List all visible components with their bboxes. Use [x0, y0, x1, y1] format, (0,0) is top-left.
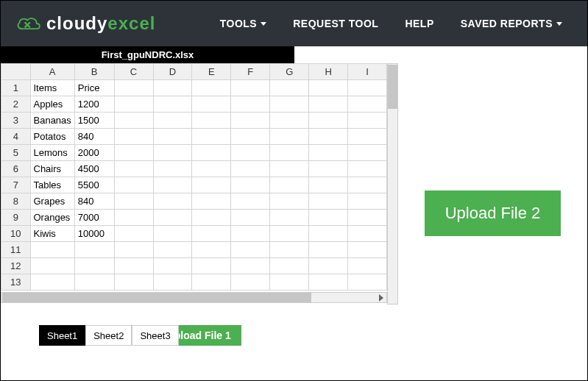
col-header-D[interactable]: D — [153, 64, 192, 80]
cell[interactable] — [114, 210, 153, 226]
cell[interactable] — [114, 96, 153, 113]
cell[interactable] — [153, 80, 192, 96]
cell[interactable]: 1200 — [74, 96, 114, 113]
cell[interactable] — [270, 145, 309, 161]
cell[interactable] — [114, 226, 153, 242]
cell[interactable]: Apples — [30, 96, 74, 113]
row-header[interactable]: 2 — [1, 96, 31, 113]
col-header-E[interactable]: E — [192, 64, 231, 80]
cell[interactable] — [348, 210, 387, 226]
cell[interactable] — [270, 161, 309, 177]
cell[interactable] — [348, 145, 387, 161]
cell[interactable] — [231, 177, 270, 193]
col-header-I[interactable]: I — [348, 64, 387, 80]
row-header[interactable]: 9 — [1, 210, 31, 226]
nav-request-tool[interactable]: REQUEST TOOL — [283, 10, 389, 37]
cell[interactable] — [231, 242, 270, 258]
cell[interactable] — [348, 226, 387, 242]
row-header[interactable]: 12 — [1, 258, 31, 274]
row-header[interactable]: 4 — [1, 129, 31, 145]
cell[interactable] — [153, 226, 192, 242]
cell[interactable] — [231, 113, 270, 129]
cell[interactable] — [309, 193, 348, 210]
row-header[interactable]: 3 — [1, 113, 31, 129]
cell[interactable] — [348, 258, 387, 274]
cell[interactable] — [231, 226, 270, 242]
cell[interactable] — [74, 274, 114, 291]
cell[interactable]: Bananas — [30, 113, 74, 129]
cell[interactable] — [231, 129, 270, 145]
nav-saved-reports[interactable]: SAVED REPORTS — [450, 10, 573, 37]
cell[interactable] — [348, 193, 387, 210]
cell[interactable] — [153, 258, 192, 274]
cell[interactable] — [114, 258, 153, 274]
cell[interactable] — [192, 145, 231, 161]
cell[interactable] — [231, 96, 270, 113]
vertical-scrollbar[interactable] — [387, 63, 398, 305]
col-header-C[interactable]: C — [114, 64, 153, 80]
cell[interactable] — [153, 161, 192, 177]
col-header-H[interactable]: H — [309, 64, 348, 80]
cell[interactable] — [114, 129, 153, 145]
cell[interactable] — [231, 274, 270, 291]
cell[interactable] — [309, 80, 348, 96]
cell[interactable] — [30, 258, 74, 274]
col-header-F[interactable]: F — [231, 64, 270, 80]
cell[interactable] — [270, 193, 309, 210]
col-header-G[interactable]: G — [270, 64, 309, 80]
cell[interactable] — [348, 242, 387, 258]
cell[interactable] — [231, 161, 270, 177]
cell[interactable] — [309, 129, 348, 145]
cell[interactable] — [231, 258, 270, 274]
cell[interactable]: 4500 — [74, 161, 114, 177]
cell[interactable] — [114, 80, 153, 96]
scroll-right-icon[interactable] — [379, 294, 383, 302]
tab-sheet1[interactable]: Sheet1 — [39, 325, 85, 346]
cell[interactable]: Items — [30, 80, 74, 96]
cell[interactable] — [348, 177, 387, 193]
cell[interactable] — [348, 161, 387, 177]
cell[interactable] — [153, 96, 192, 113]
cell[interactable] — [309, 242, 348, 258]
cell[interactable] — [309, 258, 348, 274]
cell[interactable] — [153, 145, 192, 161]
row-header[interactable]: 8 — [1, 193, 31, 210]
cell[interactable] — [231, 145, 270, 161]
cell[interactable] — [153, 129, 192, 145]
row-header[interactable]: 6 — [1, 161, 31, 177]
cell[interactable] — [192, 96, 231, 113]
cell[interactable] — [270, 96, 309, 113]
cell[interactable] — [192, 193, 231, 210]
cell[interactable] — [192, 177, 231, 193]
cell[interactable]: 2000 — [74, 145, 114, 161]
cell[interactable] — [270, 177, 309, 193]
cell[interactable]: 7000 — [74, 210, 114, 226]
cell[interactable] — [348, 129, 387, 145]
upload-file-2-button[interactable]: Upload File 2 — [425, 190, 562, 236]
cell[interactable] — [309, 161, 348, 177]
row-header[interactable]: 10 — [1, 226, 31, 242]
cell[interactable]: Chairs — [30, 161, 74, 177]
cell[interactable] — [114, 161, 153, 177]
cell[interactable]: Lemons — [30, 145, 74, 161]
cell[interactable] — [153, 210, 192, 226]
spreadsheet-grid[interactable]: A B C D E F G H I 1ItemsPrice2Apples1200… — [1, 63, 387, 291]
cell[interactable] — [192, 80, 231, 96]
cell[interactable]: Tables — [30, 177, 74, 193]
cell[interactable] — [114, 193, 153, 210]
cell[interactable] — [309, 145, 348, 161]
cell[interactable]: Kiwis — [30, 226, 74, 242]
cell[interactable] — [309, 177, 348, 193]
cell[interactable] — [192, 242, 231, 258]
scrollbar-thumb[interactable] — [388, 65, 397, 109]
cell[interactable] — [114, 242, 153, 258]
logo[interactable]: cloudyexcel — [15, 13, 155, 34]
col-header-A[interactable]: A — [30, 64, 74, 80]
cell[interactable] — [270, 210, 309, 226]
cell[interactable] — [30, 242, 74, 258]
cell[interactable] — [192, 129, 231, 145]
nav-tools[interactable]: TOOLS — [210, 10, 277, 37]
row-header[interactable]: 1 — [1, 80, 31, 96]
cell[interactable] — [114, 274, 153, 291]
cell[interactable] — [348, 96, 387, 113]
